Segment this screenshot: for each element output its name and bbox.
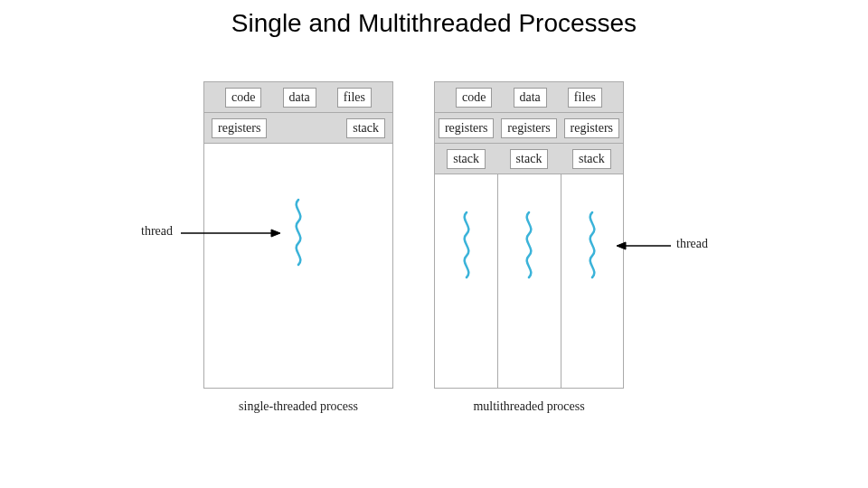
multithreaded-panel: code data files registers registers regi… xyxy=(434,81,624,389)
svg-marker-1 xyxy=(271,230,280,237)
registers-cell: registers xyxy=(501,118,556,138)
code-cell: code xyxy=(456,88,492,108)
page-title: Single and Multithreaded Processes xyxy=(0,9,868,38)
arrow-right-icon xyxy=(181,229,280,238)
stack-cell: stack xyxy=(346,118,385,138)
thread-label-left: thread xyxy=(141,224,173,239)
shared-row: code data files xyxy=(204,82,392,113)
caption-multi: multithreaded process xyxy=(434,399,624,414)
thread-area xyxy=(435,174,623,388)
stack-cell: stack xyxy=(447,149,486,169)
thread-column xyxy=(561,174,623,388)
reg-stack-row: registers stack xyxy=(204,113,392,144)
registers-cell: registers xyxy=(212,118,267,138)
caption-single: single-threaded process xyxy=(203,399,393,414)
thread-column xyxy=(435,174,497,388)
stack-cell: stack xyxy=(510,149,549,169)
registers-row: registers registers registers xyxy=(435,113,623,144)
data-cell: data xyxy=(514,88,547,108)
registers-cell: registers xyxy=(564,118,619,138)
thread-squiggle-icon xyxy=(581,211,603,283)
registers-cell: registers xyxy=(439,118,494,138)
files-cell: files xyxy=(337,88,372,108)
stack-row: stack stack stack xyxy=(435,144,623,174)
thread-label-right: thread xyxy=(676,237,708,251)
files-cell: files xyxy=(568,88,602,108)
thread-area xyxy=(204,144,392,388)
data-cell: data xyxy=(283,88,316,108)
thread-squiggle-icon xyxy=(456,211,477,283)
shared-row: code data files xyxy=(435,82,623,113)
code-cell: code xyxy=(225,88,261,108)
arrow-left-icon xyxy=(617,241,671,250)
thread-column xyxy=(497,174,560,388)
thread-squiggle-icon xyxy=(518,211,540,283)
thread-squiggle-icon xyxy=(288,198,309,270)
diagram-canvas: code data files registers stack thread c… xyxy=(136,81,732,425)
stack-cell: stack xyxy=(572,149,611,169)
svg-marker-3 xyxy=(617,242,626,249)
